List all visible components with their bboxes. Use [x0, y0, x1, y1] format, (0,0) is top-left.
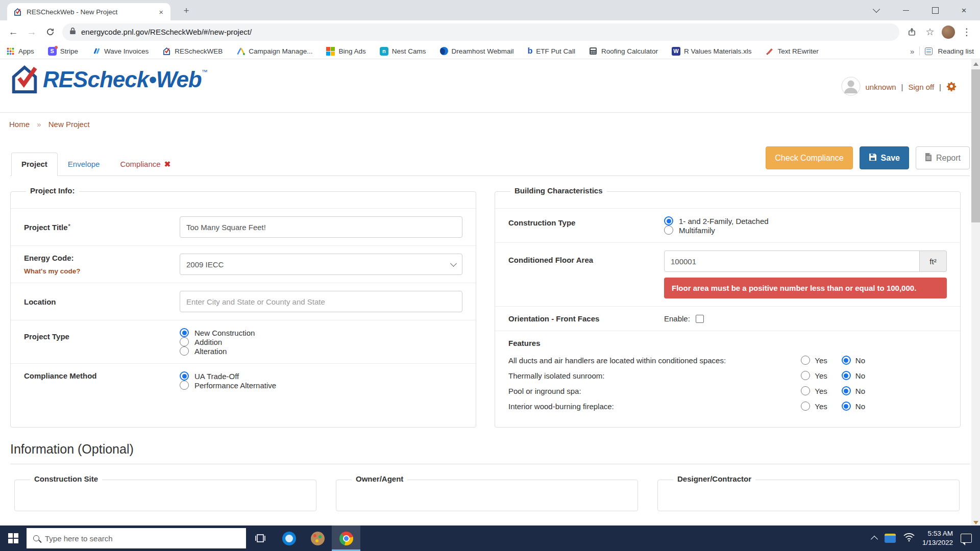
radio-alteration[interactable]: Alteration: [180, 346, 462, 356]
wifi-icon[interactable]: [903, 533, 915, 544]
radio-multifamily[interactable]: Multifamily: [664, 226, 947, 235]
address-bar[interactable]: energycode.pnl.gov/REScheckWeb/#/new-pro…: [62, 23, 899, 41]
gear-icon[interactable]: [946, 81, 957, 93]
reading-list-button[interactable]: Reading list: [938, 47, 974, 55]
rescheck-house-icon: [162, 47, 171, 56]
new-tab-button[interactable]: +: [180, 4, 193, 17]
radio-fireplace-yes[interactable]: [801, 402, 810, 411]
bookmark-bing-ads[interactable]: Bing Ads: [326, 47, 365, 56]
save-button[interactable]: Save: [860, 146, 909, 169]
taskbar-app-chrome[interactable]: [332, 525, 360, 551]
tab-close-icon[interactable]: ×: [158, 8, 164, 16]
share-icon[interactable]: [902, 23, 921, 41]
sign-off-link[interactable]: Sign off: [908, 83, 934, 91]
breadcrumb-current: New Project: [48, 120, 90, 129]
bookmark-text-rewriter[interactable]: Text REwriter: [766, 47, 819, 56]
bookmark-r-values[interactable]: W R Values Materials.xls: [672, 47, 752, 56]
scrollbar-up-icon[interactable]: [973, 62, 978, 66]
taskbar-clock[interactable]: 5:53 AM 1/13/2022: [922, 529, 953, 547]
breadcrumb-separator: »: [37, 120, 41, 129]
floor-area-input[interactable]: [664, 251, 920, 272]
tray-device-icon[interactable]: [885, 534, 896, 543]
bookmark-apps[interactable]: Apps: [6, 47, 34, 56]
forward-icon[interactable]: →: [22, 23, 41, 41]
location-input[interactable]: [180, 291, 462, 312]
radio-fireplace-no[interactable]: [842, 402, 851, 411]
whats-my-code-link[interactable]: What's my code?: [24, 267, 180, 275]
floor-area-unit: ft²: [920, 251, 947, 272]
bookmark-roofing-calculator[interactable]: Roofing Calculator: [589, 47, 658, 56]
tab-search-icon[interactable]: [864, 0, 888, 20]
breadcrumb-home-link[interactable]: Home: [9, 120, 30, 129]
bookmark-etf-put-call[interactable]: b ETF Put Call: [528, 46, 575, 56]
floor-area-error: Floor area must be a positive number les…: [664, 278, 947, 298]
profile-avatar[interactable]: [939, 23, 958, 41]
rescheck-logo[interactable]: REScheck•Web™: [8, 63, 208, 96]
reload-icon[interactable]: [41, 23, 59, 41]
energy-code-row: Energy Code: What's my code? 2009 IECC: [11, 245, 476, 283]
taskbar-search[interactable]: Type here to search: [27, 528, 246, 548]
menu-kebab-icon[interactable]: ⋮: [958, 23, 976, 41]
radio-ducts-no[interactable]: [842, 356, 851, 365]
browser-tab[interactable]: RESCheckWeb - New Project ×: [7, 3, 170, 20]
page-tab-row: Project Envelope Compliance✖ Check Compl…: [10, 131, 970, 176]
bookmarks-overflow-chevron[interactable]: »: [910, 47, 914, 56]
scrollbar-down-icon[interactable]: [971, 521, 980, 524]
bookmark-nest-cams[interactable]: n Nest Cams: [380, 47, 426, 56]
energy-code-select[interactable]: 2009 IECC: [180, 254, 462, 275]
bookmark-wave-invoices[interactable]: Wave Invoices: [92, 47, 149, 56]
radio-ua-tradeoff[interactable]: UA Trade-Off: [180, 371, 462, 381]
project-title-input[interactable]: [180, 216, 462, 238]
taskbar-app-paint[interactable]: [303, 525, 332, 551]
window-maximize-button[interactable]: [923, 0, 947, 20]
tab-project[interactable]: Project: [11, 153, 58, 176]
radio-performance-alternative[interactable]: Performance Alternative: [180, 381, 462, 390]
radio-pool-no[interactable]: [842, 386, 851, 395]
action-center-icon[interactable]: [961, 534, 972, 543]
tray-chevron-up-icon[interactable]: [871, 536, 878, 543]
radio-addition[interactable]: Addition: [180, 337, 462, 346]
campaign-triangle-icon: [236, 47, 245, 56]
information-optional-section: Information (Optional) Construction Site…: [10, 442, 970, 511]
window-minimize-button[interactable]: [894, 0, 918, 20]
user-name-link[interactable]: unknown: [866, 83, 896, 91]
radio-sunroom-no[interactable]: [842, 371, 851, 380]
radio-family-detached[interactable]: 1- and 2-Family, Detached: [664, 216, 947, 226]
skype-icon: [282, 532, 296, 545]
energy-code-label: Energy Code:: [24, 254, 180, 262]
start-button[interactable]: [0, 525, 27, 551]
bookmark-stripe[interactable]: S Stripe: [48, 47, 78, 56]
tab-compliance[interactable]: Compliance✖: [110, 153, 181, 176]
task-view-button[interactable]: [246, 525, 275, 551]
orientation-enable-checkbox[interactable]: Enable:: [664, 314, 947, 323]
bookmark-campaign-manager[interactable]: Campaign Manage...: [236, 47, 312, 56]
bookmark-dreamhost-webmail[interactable]: Dreamhost Webmail: [440, 47, 514, 55]
reading-list-icon: [925, 47, 933, 55]
radio-new-construction[interactable]: New Construction: [180, 328, 462, 337]
radio-ducts-yes[interactable]: [801, 356, 810, 365]
radio-sunroom-yes[interactable]: [801, 371, 810, 380]
radio-pool-yes[interactable]: [801, 386, 810, 395]
report-button[interactable]: Report: [916, 146, 970, 169]
tab-envelope[interactable]: Envelope: [58, 153, 110, 176]
bookmark-rescheckweb[interactable]: REScheckWEB: [162, 47, 223, 56]
lock-icon: [69, 27, 76, 37]
check-compliance-button[interactable]: Check Compliance: [766, 146, 852, 169]
bookmark-star-icon[interactable]: ☆: [921, 23, 939, 41]
taskbar-app-skype[interactable]: [275, 525, 303, 551]
microsoft-squares-icon: [326, 47, 335, 56]
compliance-method-row: Compliance Method UA Trade-Off Performan…: [11, 363, 476, 410]
window-close-button[interactable]: ×: [952, 0, 976, 20]
checkbox-icon: [696, 315, 704, 323]
owner-agent-panel: Owner/Agent: [336, 480, 638, 511]
feature-row-fireplace: Interior wood-burning fireplace: Yes No: [508, 402, 947, 411]
back-icon[interactable]: ←: [4, 23, 22, 41]
scrollbar-thumb[interactable]: [971, 69, 980, 222]
rescheck-logo-house-icon: [8, 63, 41, 96]
logo-text: REScheck•Web: [43, 67, 202, 92]
url-text[interactable]: energycode.pnl.gov/REScheckWeb/#/new-pro…: [81, 28, 252, 36]
page-scrollbar[interactable]: [971, 59, 980, 525]
user-avatar[interactable]: [841, 77, 861, 97]
project-info-panel: Project Info: Project Title* Energy Code…: [10, 191, 476, 428]
information-optional-heading: Information (Optional): [10, 442, 970, 464]
